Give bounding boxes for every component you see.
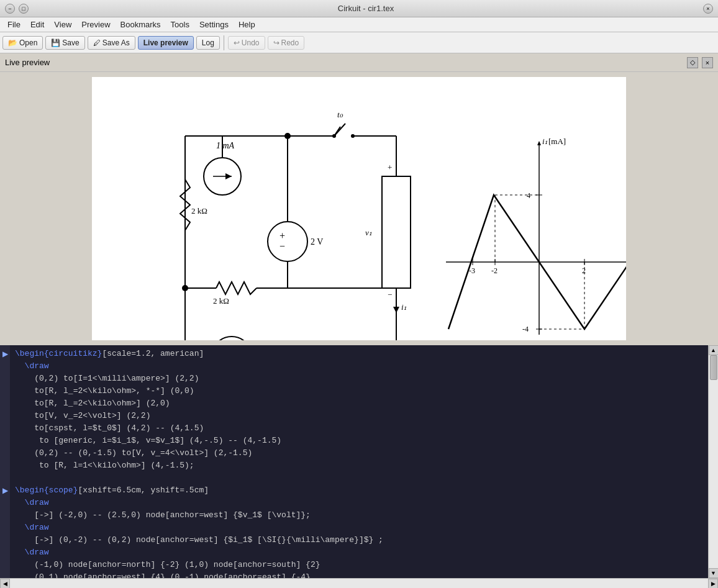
- save-label: Save: [62, 38, 79, 47]
- log-label: Log: [202, 38, 214, 47]
- menu-file[interactable]: File: [2, 19, 25, 30]
- svg-text:4: 4: [527, 191, 530, 200]
- window-controls[interactable]: − □: [5, 4, 29, 14]
- svg-text:1 kΩ: 1 kΩ: [322, 340, 338, 340]
- scroll-left-arrow[interactable]: ◀: [0, 579, 10, 589]
- main-content: 1 mA t₀: [0, 72, 718, 588]
- livepreview-label: Live preview: [143, 38, 188, 47]
- close-controls[interactable]: ×: [703, 4, 713, 14]
- save-icon: 💾: [51, 38, 60, 47]
- menu-tools[interactable]: Tools: [166, 19, 194, 30]
- svg-text:-4: -4: [522, 325, 529, 333]
- close-button[interactable]: ×: [703, 4, 713, 14]
- redo-icon: ↪: [273, 38, 279, 47]
- svg-text:−: −: [388, 290, 392, 299]
- menu-settings[interactable]: Settings: [194, 19, 234, 30]
- maximize-button[interactable]: □: [19, 4, 29, 14]
- svg-rect-36: [382, 176, 411, 288]
- svg-text:2 kΩ: 2 kΩ: [191, 206, 207, 215]
- line-indicators: ▶ ▶: [0, 345, 10, 578]
- scroll-up-arrow[interactable]: ▲: [709, 345, 719, 355]
- saveas-button[interactable]: 🖊 Save As: [88, 36, 135, 50]
- undo-label: Undo: [242, 38, 260, 47]
- minimize-button[interactable]: −: [5, 4, 15, 14]
- panel-controls[interactable]: ◇ ×: [687, 57, 713, 68]
- menu-edit[interactable]: Edit: [25, 19, 49, 30]
- svg-text:v₁: v₁: [365, 228, 372, 237]
- saveas-icon: 🖊: [93, 38, 101, 47]
- vertical-scrollbar[interactable]: ▲ ▼: [708, 345, 718, 578]
- svg-text:+: +: [279, 230, 285, 241]
- live-preview-title: Live preview: [5, 58, 50, 67]
- saveas-label: Save As: [102, 38, 130, 47]
- circuit-canvas: 1 mA t₀: [92, 77, 626, 340]
- redo-button[interactable]: ↪ Redo: [268, 36, 305, 50]
- svg-text:2: 2: [582, 266, 586, 275]
- scroll-right-arrow[interactable]: ▶: [708, 579, 718, 589]
- scroll-track[interactable]: [709, 355, 718, 568]
- panel-float-button[interactable]: ◇: [687, 57, 698, 68]
- undo-icon: ↩: [234, 38, 240, 47]
- menu-view[interactable]: View: [49, 19, 76, 30]
- editor-area: ▶ ▶ \begin{circuitikz}[scale=1.2, americ…: [0, 345, 718, 578]
- svg-text:i₁: i₁: [542, 137, 548, 146]
- preview-area: 1 mA t₀: [0, 72, 718, 345]
- circuit-svg: 1 mA t₀: [92, 77, 626, 340]
- code-editor[interactable]: \begin{circuitikz}[scale=1.2, american] …: [10, 345, 708, 578]
- svg-text:[mA]: [mA]: [548, 137, 566, 146]
- title-bar: − □ Cirkuit - cir1.tex ×: [0, 0, 718, 17]
- svg-text:2 V: 2 V: [311, 237, 323, 247]
- toolbar: 📂 Open 💾 Save 🖊 Save As Live preview Log…: [0, 32, 718, 53]
- scroll-down-arrow[interactable]: ▼: [709, 568, 719, 578]
- svg-text:-2: -2: [491, 266, 498, 275]
- scroll-thumb[interactable]: [710, 355, 717, 380]
- redo-label: Redo: [281, 38, 299, 47]
- svg-text:i₁: i₁: [401, 302, 407, 312]
- panel-close-button[interactable]: ×: [702, 57, 713, 68]
- svg-text:t₀: t₀: [337, 110, 343, 119]
- window-title: Cirkuit - cir1.tex: [338, 4, 394, 13]
- hscroll-track[interactable]: [10, 579, 708, 588]
- livepreview-button[interactable]: Live preview: [138, 36, 194, 50]
- svg-text:1 mA: 1 mA: [216, 141, 235, 150]
- svg-point-13: [332, 134, 336, 138]
- line-arrow-1: ▶: [2, 348, 8, 360]
- svg-text:2 kΩ: 2 kΩ: [213, 296, 229, 305]
- svg-rect-0: [92, 77, 626, 340]
- undo-button[interactable]: ↩ Undo: [228, 36, 265, 50]
- log-button[interactable]: Log: [196, 36, 220, 50]
- open-label: Open: [19, 38, 37, 47]
- svg-text:−: −: [279, 241, 285, 251]
- menu-bar: File Edit View Preview Bookmarks Tools S…: [0, 17, 718, 32]
- save-button[interactable]: 💾 Save: [45, 36, 84, 50]
- menu-help[interactable]: Help: [234, 19, 260, 30]
- svg-point-26: [268, 222, 307, 261]
- menu-bookmarks[interactable]: Bookmarks: [116, 19, 166, 30]
- line-arrow-2: ▶: [2, 484, 8, 497]
- live-preview-header: Live preview ◇ ×: [0, 53, 718, 72]
- horizontal-scrollbar[interactable]: ◀ ▶: [0, 578, 718, 588]
- open-icon: 📂: [8, 38, 17, 47]
- svg-text:+: +: [388, 163, 392, 172]
- toolbar-separator: [224, 35, 224, 50]
- open-button[interactable]: 📂 Open: [2, 36, 43, 50]
- menu-preview[interactable]: Preview: [76, 19, 115, 30]
